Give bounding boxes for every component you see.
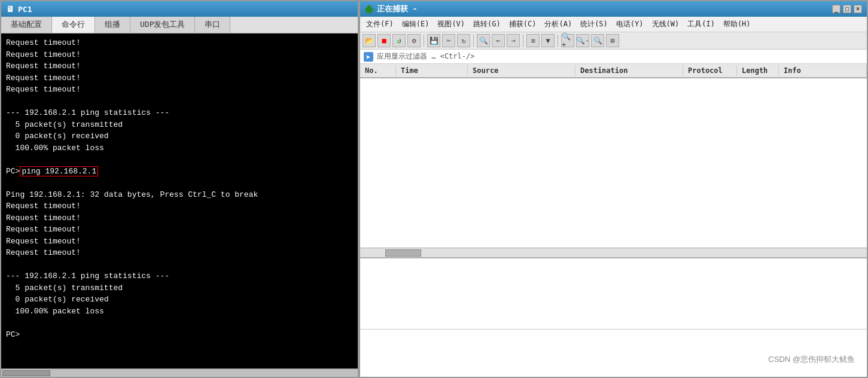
pc1-window: 🖥 PC1 基础配置 命令行 组播 UDP发包工具 串口 Request tim… (0, 0, 359, 378)
terminal-line (6, 317, 353, 329)
ws-col-time-header: Time (396, 65, 468, 76)
ws-tb-cut[interactable]: ✂ (442, 34, 455, 47)
terminal-line: 100.00% packet loss (6, 142, 353, 154)
terminal-line: Request timeout! (6, 84, 353, 96)
ws-tb-next[interactable]: → (507, 34, 520, 47)
wireshark-shark-icon (365, 5, 373, 13)
ws-tb-zoom-reset[interactable]: 🔍 (591, 34, 604, 47)
ws-menu-phone[interactable]: 电话(Y) (613, 18, 647, 31)
ws-minimize-button[interactable]: _ (832, 5, 840, 13)
ws-hscrollbar[interactable] (360, 248, 867, 257)
ws-tb-stop[interactable]: ■ (377, 34, 391, 47)
pc1-hscrollbar[interactable] (1, 368, 358, 377)
ws-tb-reload[interactable]: ↻ (457, 34, 470, 47)
ws-tb-zoom-out[interactable]: 🔍- (576, 34, 589, 47)
ws-hscroll-thumb[interactable] (385, 249, 421, 257)
tab-basic-config[interactable]: 基础配置 (1, 17, 52, 33)
ws-tb-open[interactable]: 📂 (363, 34, 376, 47)
ws-bytes-pane (360, 329, 867, 377)
tab-multicast[interactable]: 组播 (95, 17, 130, 33)
ws-tb-save[interactable]: 💾 (427, 34, 440, 47)
pc1-scrollbar-thumb[interactable] (2, 370, 50, 376)
ws-col-proto-header: Protocol (683, 65, 737, 76)
ws-filter-icon: ▶ (364, 52, 373, 62)
terminal-line: 0 packet(s) received (6, 294, 353, 306)
ws-col-no-header: No. (360, 65, 396, 76)
watermark: CSDN @悲伤抑郁大鱿鱼 (768, 354, 855, 365)
ws-menu-jump[interactable]: 跳转(G) (470, 18, 504, 31)
ws-tb-sep3 (523, 35, 523, 47)
terminal-line: Request timeout! (6, 37, 353, 49)
ws-tb-layout[interactable]: ⊞ (606, 34, 619, 47)
ws-menu-tools[interactable]: 工具(I) (684, 18, 718, 31)
ws-maximize-button[interactable]: □ (843, 5, 851, 13)
terminal-line: Ping 192.168.2.1: 32 data bytes, Press C… (6, 189, 353, 201)
ws-toolbar: 📂 ■ ↺ ⚙ 💾 ✂ ↻ 🔍 ← → ≡ ▼ 🔍+ 🔍- 🔍 ⊞ (360, 32, 867, 50)
terminal-cmd-line: PC>ping 192.168.2.1 (6, 166, 353, 178)
terminal-line: Request timeout! (6, 60, 353, 72)
ws-filter-text[interactable]: 应用显示过滤器 … <Ctrl-/> (377, 51, 863, 62)
pc1-titlebar: 🖥 PC1 (1, 1, 358, 17)
ws-packet-body (360, 78, 867, 248)
ws-titlebar: 正在捕获 - _ □ × (360, 1, 867, 17)
pc1-title: PC1 (18, 5, 32, 14)
ws-menu-file[interactable]: 文件(F) (363, 18, 397, 31)
ws-tb-sep1 (424, 35, 424, 47)
terminal-line: 100.00% packet loss (6, 306, 353, 318)
terminal-line: Request timeout! (6, 247, 353, 259)
ws-col-info-header: Info (779, 65, 867, 76)
ws-titlebar-left: 正在捕获 - (365, 4, 418, 14)
ws-menu-stats[interactable]: 统计(S) (577, 18, 611, 31)
ws-detail-pane (360, 257, 867, 329)
ws-packet-list: No. Time Source Destination Protocol Len… (360, 64, 867, 248)
ws-menu-capture[interactable]: 捕获(C) (505, 18, 540, 31)
ws-window-controls: _ □ × (832, 5, 862, 13)
ws-tb-restart[interactable]: ↺ (392, 34, 406, 47)
ws-tb-sep2 (473, 35, 474, 47)
terminal-line: 5 packet(s) transmitted (6, 282, 353, 294)
pc1-terminal[interactable]: Request timeout! Request timeout! Reques… (1, 33, 358, 368)
terminal-line: 5 packet(s) transmitted (6, 119, 353, 131)
wireshark-window: 正在捕获 - _ □ × 文件(F) 编辑(E) 视图(V) 跳转(G) 捕获(… (359, 0, 868, 378)
terminal-line: --- 192.168.2.1 ping statistics --- (6, 270, 353, 282)
ws-col-dest-header: Destination (575, 65, 683, 76)
tab-command-line[interactable]: 命令行 (52, 17, 95, 33)
ws-menu-analyze[interactable]: 分析(A) (541, 18, 575, 31)
ws-tb-scroll-live[interactable]: ▼ (541, 34, 555, 47)
ws-menubar: 文件(F) 编辑(E) 视图(V) 跳转(G) 捕获(C) 分析(A) 统计(S… (360, 17, 867, 32)
tab-serial[interactable]: 串口 (195, 17, 230, 33)
pc1-monitor-icon: 🖥 (6, 4, 14, 14)
ws-col-length-header: Length (737, 65, 779, 76)
ws-tb-prev[interactable]: ← (492, 34, 505, 47)
ws-menu-wireless[interactable]: 无线(W) (648, 18, 683, 31)
terminal-line: 0 packet(s) received (6, 130, 353, 142)
ws-tb-search[interactable]: 🔍 (477, 34, 490, 47)
ws-col-source-header: Source (468, 65, 575, 76)
ws-filter-bar: ▶ 应用显示过滤器 … <Ctrl-/> (360, 50, 867, 64)
ws-tb-zoom-in[interactable]: 🔍+ (561, 34, 574, 47)
tab-udp-tool[interactable]: UDP发包工具 (130, 17, 195, 33)
terminal-line: Request timeout! (6, 224, 353, 236)
terminal-prompt: PC> (6, 329, 353, 341)
terminal-line (6, 259, 353, 271)
ws-menu-help[interactable]: 帮助(H) (720, 18, 754, 31)
terminal-line (6, 96, 353, 108)
ws-tb-sep4 (558, 35, 558, 47)
ws-menu-edit[interactable]: 编辑(E) (398, 18, 433, 31)
ws-title: 正在捕获 - (377, 4, 418, 14)
ws-tb-options[interactable]: ⚙ (407, 34, 421, 47)
terminal-line: Request timeout! (6, 212, 353, 224)
terminal-line: Request timeout! (6, 200, 353, 212)
terminal-line: Request timeout! (6, 49, 353, 61)
terminal-line (6, 154, 353, 166)
terminal-line (6, 177, 353, 189)
pc1-tabs: 基础配置 命令行 组播 UDP发包工具 串口 (1, 17, 358, 33)
ws-close-button[interactable]: × (854, 5, 862, 13)
terminal-line: --- 192.168.2.1 ping statistics --- (6, 107, 353, 119)
terminal-line: Request timeout! (6, 72, 353, 84)
ws-tb-colorize[interactable]: ≡ (526, 34, 540, 47)
terminal-line: Request timeout! (6, 236, 353, 248)
ping-command: ping 192.168.2.1 (20, 166, 98, 176)
ws-packet-header: No. Time Source Destination Protocol Len… (360, 64, 867, 78)
ws-menu-view[interactable]: 视图(V) (434, 18, 468, 31)
